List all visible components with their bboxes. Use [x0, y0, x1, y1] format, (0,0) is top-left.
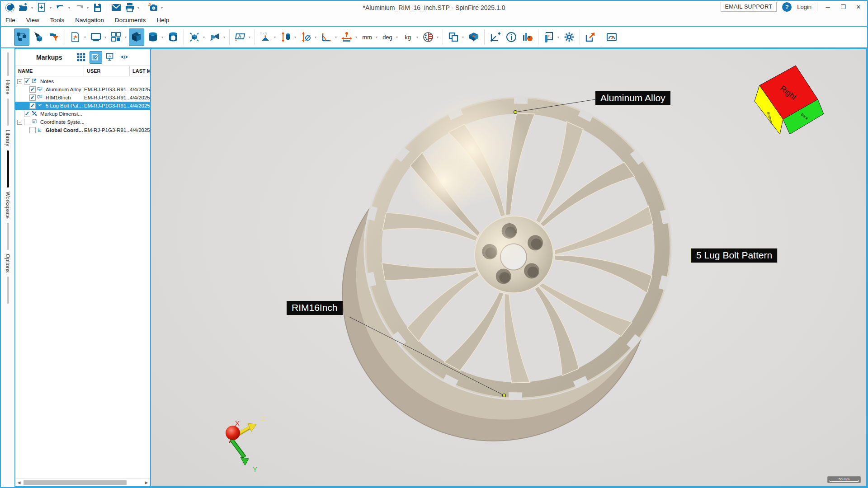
dropdown-caret-icon[interactable]: ▾ — [87, 6, 90, 10]
dropdown-caret-icon[interactable]: ▾ — [203, 35, 207, 39]
orientation-cube[interactable]: Right Bottom Back — [755, 66, 824, 134]
unit-mm-dropdown[interactable]: mm — [359, 28, 375, 46]
column-name[interactable]: NAME — [15, 66, 84, 76]
dropdown-caret-icon[interactable]: ▾ — [437, 35, 440, 39]
dropdown-caret-icon[interactable]: ▾ — [249, 35, 252, 39]
select-cursor-button[interactable] — [30, 28, 46, 46]
dropdown-caret-icon[interactable]: ▾ — [223, 35, 227, 39]
dropdown-caret-icon[interactable]: ▾ — [396, 35, 400, 39]
scroll-right-icon[interactable]: ▶ — [143, 480, 150, 485]
wheel-model[interactable] — [304, 57, 708, 469]
scene-structure-button[interactable] — [14, 28, 29, 46]
side-tab-home[interactable]: Home — [5, 80, 11, 94]
visibility-checkbox[interactable]: ✓ — [29, 86, 36, 93]
render-style-button[interactable] — [68, 28, 83, 46]
fly-to-button[interactable] — [207, 28, 222, 46]
tree-expander[interactable]: − — [17, 120, 22, 125]
datum-target-button[interactable] — [339, 28, 354, 46]
redo-button[interactable] — [73, 2, 85, 14]
side-tab-library[interactable]: Library — [5, 130, 11, 146]
panel-horizontal-scrollbar[interactable]: ◀ ▶ — [15, 479, 150, 486]
dropdown-caret-icon[interactable]: ▾ — [315, 35, 318, 39]
compare-button[interactable] — [446, 28, 461, 46]
display-mode-button[interactable] — [88, 28, 104, 46]
dropdown-caret-icon[interactable]: ▾ — [161, 35, 165, 39]
tree-row[interactable]: ✓Markup Dimensi... — [15, 110, 150, 118]
measure-diameter-button[interactable] — [298, 28, 314, 46]
save-button[interactable] — [91, 2, 104, 14]
menu-help[interactable]: Help — [156, 17, 169, 23]
visibility-checkbox[interactable]: ✓ — [24, 78, 30, 84]
settings-gear-button[interactable] — [561, 28, 577, 46]
dropdown-caret-icon[interactable]: ▾ — [274, 35, 278, 39]
info-button[interactable] — [504, 28, 519, 46]
measure-distance-button[interactable] — [278, 28, 293, 46]
visibility-checkbox[interactable] — [29, 127, 36, 133]
dropdown-caret-icon[interactable]: ▾ — [68, 6, 72, 10]
app-logo-button[interactable] — [4, 2, 16, 14]
visibility-checkbox[interactable]: ✓ — [29, 94, 36, 101]
dropdown-caret-icon[interactable]: ▾ — [104, 35, 108, 39]
visibility-checkbox[interactable]: ✓ — [29, 103, 36, 109]
menu-documents[interactable]: Documents — [115, 17, 146, 23]
side-tab-workspace[interactable]: Workspace — [5, 192, 11, 219]
menu-navigation[interactable]: Navigation — [75, 17, 104, 23]
open-file-button[interactable] — [17, 2, 30, 14]
menu-tools[interactable]: Tools — [50, 17, 65, 23]
side-tab-options[interactable]: Options — [5, 254, 11, 272]
edit-markup-button[interactable] — [90, 51, 102, 64]
script-button[interactable]: >_ — [541, 28, 557, 46]
snapshot-button[interactable] — [147, 2, 160, 14]
undo-button[interactable] — [54, 2, 67, 14]
explode-button[interactable] — [187, 28, 202, 46]
tree-expander[interactable]: − — [17, 79, 22, 84]
markup-label-aluminum-alloy[interactable]: Aluminum Alloy — [595, 91, 670, 105]
print-button[interactable] — [123, 2, 136, 14]
label-text-button[interactable]: A — [104, 51, 117, 64]
menu-file[interactable]: File — [5, 17, 15, 23]
scroll-left-icon[interactable]: ◀ — [15, 480, 23, 485]
new-document-button[interactable] — [36, 2, 48, 14]
visibility-checkbox[interactable]: ✓ — [24, 111, 30, 117]
tree-row[interactable]: −✓Notes — [15, 77, 150, 85]
dropdown-caret-icon[interactable]: ▾ — [355, 35, 359, 39]
markup-label-5-lug-bolt-pattern[interactable]: 5 Lug Bolt Pattern — [691, 248, 778, 263]
grid-view-button[interactable] — [75, 51, 88, 64]
scrollbar-thumb[interactable] — [24, 480, 127, 485]
unit-kg-dropdown[interactable]: kg — [400, 28, 415, 46]
tree-row[interactable]: −Coordinate Syste... — [15, 118, 150, 126]
column-last-modified[interactable]: LAST M — [130, 66, 150, 76]
dashboard-gauge-button[interactable] — [604, 28, 619, 46]
visibility-eye-button[interactable] — [118, 51, 131, 64]
import-filter-button[interactable] — [47, 28, 62, 46]
share-export-button[interactable] — [583, 28, 598, 46]
shaded-view-button[interactable] — [129, 28, 144, 46]
dropdown-caret-icon[interactable]: ▾ — [50, 6, 53, 10]
dropdown-caret-icon[interactable]: ▾ — [294, 35, 298, 39]
tree-row[interactable]: ✓5 Lug Bolt Pat...EM-RJ-P1G3-R91...4/4/2… — [15, 102, 150, 110]
minimize-button[interactable]: ─ — [823, 4, 833, 10]
markup-note-button[interactable]: A — [232, 28, 248, 46]
menu-view[interactable]: View — [26, 17, 39, 23]
dropdown-caret-icon[interactable]: ▾ — [161, 6, 165, 10]
dropdown-caret-icon[interactable]: ▾ — [125, 35, 128, 39]
markup-label-rim16inch[interactable]: RIM16Inch — [287, 301, 343, 315]
email-support-button[interactable]: EMAIL SUPPORT — [721, 2, 777, 12]
probe-point-button[interactable]: (X,Y,Z) — [258, 28, 273, 46]
section-cylinder-button[interactable] — [145, 28, 160, 46]
tree-row[interactable]: ✓ARIM16InchEM-RJ-P1G3-R91...4/4/2025 — [15, 94, 150, 102]
dropdown-caret-icon[interactable]: ▾ — [31, 6, 35, 10]
statistics-button[interactable] — [520, 28, 535, 46]
material-button[interactable] — [420, 28, 436, 46]
restore-button[interactable]: ❐ — [838, 4, 848, 10]
visibility-checkbox[interactable] — [24, 119, 30, 125]
column-user[interactable]: USER — [84, 66, 130, 76]
help-icon[interactable]: ? — [782, 2, 792, 12]
tree-row[interactable]: Global Coord...EM-RJ-P1G3-R91...4/4/2025 — [15, 126, 150, 134]
dropdown-caret-icon[interactable]: ▾ — [376, 35, 379, 39]
dropdown-caret-icon[interactable]: ▾ — [84, 35, 88, 39]
email-button[interactable] — [110, 2, 123, 14]
dropdown-caret-icon[interactable]: ▾ — [416, 35, 420, 39]
coordinate-plus-button[interactable] — [487, 28, 503, 46]
close-button[interactable]: ✕ — [854, 4, 863, 10]
